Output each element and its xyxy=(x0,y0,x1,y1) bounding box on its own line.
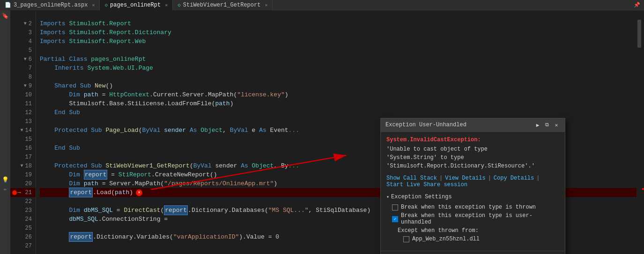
checkbox-throw-label: Break when this exception type is thrown xyxy=(401,204,536,210)
gutter-row-25: 25 xyxy=(10,224,36,232)
pin-button[interactable]: 📌 xyxy=(630,2,644,8)
file-tab-getreport[interactable]: ◇ StiWebViewer1_GetReport ✕ xyxy=(173,0,273,10)
code-line-7: Inherits System.Web.UI.Page xyxy=(40,64,637,73)
left-icons-panel: 🔖 💡 ✏️ xyxy=(0,10,10,254)
code-line-2: Imports Stimulsoft.Report xyxy=(40,19,637,28)
app-checkbox[interactable] xyxy=(403,236,409,242)
code-line-10: Dim path = HttpContext.Current.Server.Ma… xyxy=(40,90,637,99)
line-gutter: ▼2 3 4 5 ▼6 7 8 ▼9 10 11 12 13 ▼14 15 16… xyxy=(10,10,36,254)
gutter-row-5: 5 xyxy=(10,46,36,55)
checkbox-throw[interactable] xyxy=(392,204,398,210)
gutter-row-20: 20 xyxy=(10,179,36,188)
show-call-stack-link[interactable]: Show Call Stack xyxy=(386,175,437,181)
file-tab-pages[interactable]: ◇ pages_onlineRpt ✕ xyxy=(100,0,173,10)
gutter-row-24: 24 xyxy=(10,215,36,224)
code-line-5 xyxy=(40,46,637,55)
gutter-row-14: ▼14 xyxy=(10,126,36,135)
code-line-3: Imports Stimulsoft.Report.Dictionary xyxy=(40,28,637,37)
gutter-row-23: 23 xyxy=(10,206,36,215)
gutter-row-13: 13 xyxy=(10,117,36,126)
tab-getreport-label: StiWebViewer1_GetReport xyxy=(183,2,261,8)
popup-title: Exception User-Unhandled xyxy=(385,122,466,128)
indicator-strip xyxy=(642,10,644,254)
tab-pages-label: pages_onlineRpt xyxy=(110,2,161,8)
exception-message: 'Unable to cast object of type'System.St… xyxy=(386,145,559,170)
gutter-row-8: 8 xyxy=(10,73,36,81)
gutter-row-10: 10 xyxy=(10,90,36,99)
code-line-8 xyxy=(40,73,637,81)
gutter-row-9: ▼9 xyxy=(10,81,36,90)
scrollbar-thumb[interactable] xyxy=(637,20,641,48)
gutter-row-2 xyxy=(10,10,36,19)
gutter-row-27: 27 xyxy=(10,241,36,250)
popup-play-button[interactable]: ▶ xyxy=(534,121,541,129)
gutter-row-15: 15 xyxy=(10,135,36,144)
code-line-4: Imports Stimulsoft.Report.Web xyxy=(40,37,637,46)
app-checkbox-row: App_Web_zn55hznl.dll xyxy=(386,236,559,242)
bookmark-icon: 🔖 xyxy=(1,12,9,20)
popup-footer: Open Exception Settings | Edit Condition… xyxy=(381,251,565,254)
checkbox-unhandled[interactable] xyxy=(392,216,398,222)
gutter-row-22: 22 xyxy=(10,197,36,206)
tab-close-3[interactable]: ✕ xyxy=(265,2,267,8)
gutter-row-18: ▼18 xyxy=(10,161,36,170)
arrow-indicator: → xyxy=(17,189,21,196)
tab-close-2[interactable]: ✕ xyxy=(165,2,168,8)
checkbox-unhandled-label: Break when this exception type is user-u… xyxy=(401,212,559,225)
popup-links-row: Show Call Stack | View Details | Copy De… xyxy=(386,175,559,188)
gutter-row-11: 11 xyxy=(10,99,36,108)
error-indicator xyxy=(642,188,644,190)
except-when-label: Except when thrown from: xyxy=(386,227,559,234)
gutter-row-3: 3 xyxy=(10,28,36,37)
pencil-icon: ✏️ xyxy=(1,185,9,193)
gutter-row-4: 4 xyxy=(10,37,36,46)
gutter-row-6: ▼6 xyxy=(10,55,36,64)
gutter-row-17: 17 xyxy=(10,152,36,161)
lightbulb-icon: 💡 xyxy=(1,176,9,183)
gutter-row-26: 26 xyxy=(10,232,36,241)
exception-popup: Exception User-Unhandled ▶ ⧉ ✕ System.In… xyxy=(380,118,565,254)
breakpoint-indicator xyxy=(12,190,17,195)
title-bar: 📄 3_pages_onlineRpt.aspx ✕ ◇ pages_onlin… xyxy=(0,0,644,10)
error-icon[interactable]: ✕ xyxy=(136,189,142,196)
code-line-6: Partial Class pages_onlineRpt xyxy=(40,55,637,64)
tab-close-1[interactable]: ✕ xyxy=(92,2,95,8)
popup-header: Exception User-Unhandled ▶ ⧉ ✕ xyxy=(381,118,565,132)
vb-icon: ◇ xyxy=(104,2,108,8)
view-details-link[interactable]: View Details xyxy=(445,175,485,181)
gutter-row-2b: ▼2 xyxy=(10,19,36,28)
exception-type: System.InvalidCastException: xyxy=(386,137,559,143)
gutter-row-19: 19 xyxy=(10,170,36,179)
code-line-11: Stimulsoft.Base.StiLicense.LoadFromFile(… xyxy=(40,99,637,108)
file-tab-aspx[interactable]: 📄 3_pages_onlineRpt.aspx ✕ xyxy=(0,0,100,10)
checkbox-row-1: Break when this exception type is thrown xyxy=(386,204,559,210)
gutter-row-21: → 21 xyxy=(10,188,36,197)
gutter-row-12: 12 xyxy=(10,108,36,117)
code-line-12: End Sub xyxy=(40,108,637,117)
file-tab-label: 3_pages_onlineRpt.aspx xyxy=(14,2,88,8)
checkbox-row-2: Break when this exception type is user-u… xyxy=(386,212,559,225)
live-share-link[interactable]: Start Live Share session xyxy=(386,181,467,188)
code-editor[interactable]: Imports Stimulsoft.Report Imports Stimul… xyxy=(36,10,637,254)
vb-icon-2: ◇ xyxy=(178,2,181,8)
app-checkbox-label: App_Web_zn55hznl.dll xyxy=(412,236,480,242)
code-line-9: Shared Sub New() xyxy=(40,81,637,90)
scrollbar[interactable] xyxy=(637,10,642,254)
gutter-row-7: 7 xyxy=(10,64,36,73)
popup-close-button[interactable]: ✕ xyxy=(553,121,560,129)
gutter-row-16: 16 xyxy=(10,144,36,152)
file-icon: 📄 xyxy=(5,2,11,8)
exception-settings-title: ▾ Exception Settings xyxy=(386,194,559,200)
popup-restore-button[interactable]: ⧉ xyxy=(543,121,551,129)
copy-details-link[interactable]: Copy Details xyxy=(494,175,534,181)
code-line-blank1 xyxy=(40,10,637,19)
